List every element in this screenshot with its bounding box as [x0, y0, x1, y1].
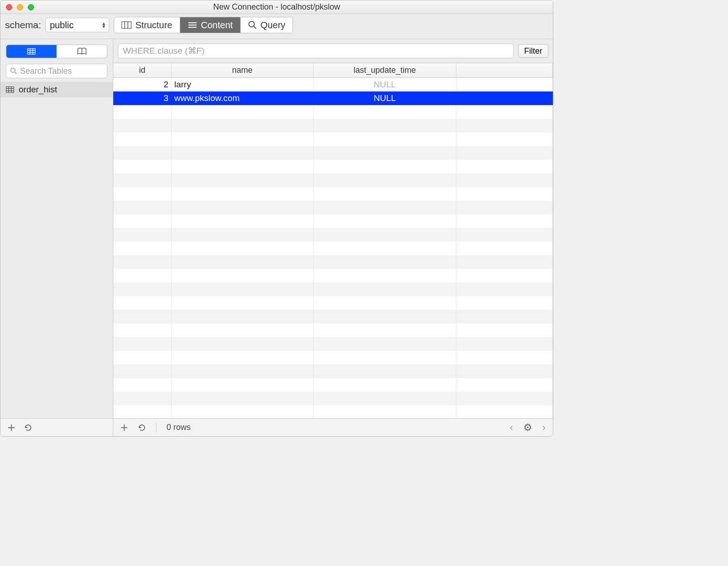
cell-name[interactable]	[172, 392, 313, 405]
add-table-button[interactable]	[8, 424, 15, 431]
cell-id[interactable]	[113, 201, 172, 214]
table-row[interactable]	[113, 105, 553, 119]
cell-id[interactable]	[113, 146, 172, 160]
table-row[interactable]	[113, 392, 553, 405]
table-row[interactable]	[113, 146, 553, 160]
cell-last-update-time[interactable]	[313, 173, 456, 187]
cell-last-update-time[interactable]	[313, 337, 456, 351]
cell-name[interactable]	[172, 119, 313, 132]
tab-structure[interactable]: Structure	[114, 17, 179, 33]
window-close-button[interactable]	[6, 4, 12, 10]
cell-name[interactable]	[172, 351, 313, 364]
cell-last-update-time[interactable]	[313, 255, 456, 269]
cell-last-update-time[interactable]	[313, 405, 456, 418]
cell-last-update-time[interactable]: NULL	[313, 78, 456, 91]
cell-last-update-time[interactable]	[313, 228, 456, 242]
column-header-id[interactable]: id	[113, 63, 172, 77]
cell-id[interactable]	[113, 269, 172, 283]
table-row[interactable]	[113, 187, 553, 201]
refresh-tables-button[interactable]	[24, 424, 32, 432]
cell-id[interactable]	[113, 173, 172, 187]
cell-name[interactable]	[172, 405, 313, 418]
cell-last-update-time[interactable]	[313, 364, 456, 378]
cell-last-update-time[interactable]	[313, 201, 456, 214]
cell-name[interactable]	[172, 242, 313, 255]
cell-name[interactable]	[172, 228, 313, 242]
table-row[interactable]	[113, 351, 553, 364]
cell-last-update-time[interactable]	[313, 283, 456, 296]
cell-name[interactable]: www.pkslow.com	[172, 91, 313, 105]
cell-last-update-time[interactable]: NULL	[313, 91, 456, 105]
search-tables-field[interactable]	[6, 64, 107, 78]
refresh-rows-button[interactable]	[138, 424, 146, 432]
search-tables-input[interactable]	[20, 66, 126, 76]
settings-button[interactable]: ⚙	[523, 422, 532, 434]
sidebar-saved-view[interactable]	[57, 45, 107, 58]
table-row[interactable]	[113, 160, 553, 173]
cell-id[interactable]: 2	[113, 78, 172, 91]
cell-last-update-time[interactable]	[313, 269, 456, 283]
cell-name[interactable]	[172, 296, 313, 310]
table-row[interactable]	[113, 132, 553, 146]
prev-page-button[interactable]: ‹	[510, 422, 513, 434]
cell-id[interactable]	[113, 214, 172, 228]
cell-name[interactable]	[172, 255, 313, 269]
cell-name[interactable]	[172, 132, 313, 146]
cell-last-update-time[interactable]	[313, 105, 456, 119]
cell-id[interactable]	[113, 323, 172, 337]
column-header-name[interactable]: name	[172, 63, 313, 77]
filter-button[interactable]: Filter	[518, 44, 548, 58]
cell-id[interactable]	[113, 351, 172, 364]
cell-id[interactable]	[113, 119, 172, 132]
cell-id[interactable]	[113, 364, 172, 378]
table-row[interactable]	[113, 378, 553, 392]
cell-name[interactable]	[172, 146, 313, 160]
cell-name[interactable]	[172, 378, 313, 392]
cell-id[interactable]	[113, 228, 172, 242]
cell-id[interactable]	[113, 242, 172, 255]
cell-last-update-time[interactable]	[313, 323, 456, 337]
table-row[interactable]	[113, 310, 553, 323]
table-row[interactable]	[113, 296, 553, 310]
cell-last-update-time[interactable]	[313, 296, 456, 310]
cell-id[interactable]	[113, 105, 172, 119]
cell-id[interactable]	[113, 310, 172, 323]
cell-name[interactable]	[172, 201, 313, 214]
next-page-button[interactable]: ›	[542, 422, 546, 434]
table-row[interactable]	[113, 214, 553, 228]
cell-name[interactable]	[172, 364, 313, 378]
cell-last-update-time[interactable]	[313, 351, 456, 364]
cell-id[interactable]	[113, 187, 172, 201]
cell-id[interactable]	[113, 255, 172, 269]
cell-id[interactable]: 3	[113, 91, 172, 105]
cell-name[interactable]	[172, 173, 313, 187]
table-row[interactable]: 2larryNULL	[113, 78, 553, 91]
table-row[interactable]	[113, 255, 553, 269]
cell-name[interactable]	[172, 105, 313, 119]
tab-content[interactable]: Content	[180, 17, 240, 33]
table-row[interactable]	[113, 269, 553, 283]
cell-last-update-time[interactable]	[313, 392, 456, 405]
table-item-order-hist[interactable]: order_hist	[0, 82, 113, 97]
cell-name[interactable]: larry	[172, 78, 313, 91]
cell-name[interactable]	[172, 269, 313, 283]
grid-body[interactable]: 2larryNULL3www.pkslow.comNULL	[113, 78, 553, 418]
sidebar-table-view[interactable]	[6, 45, 57, 58]
cell-last-update-time[interactable]	[313, 214, 456, 228]
column-header-last-update-time[interactable]: last_update_time	[313, 63, 456, 77]
cell-name[interactable]	[172, 160, 313, 173]
cell-last-update-time[interactable]	[313, 310, 456, 323]
tab-query[interactable]: Query	[240, 17, 293, 33]
table-row[interactable]	[113, 173, 553, 187]
cell-last-update-time[interactable]	[313, 378, 456, 392]
window-zoom-button[interactable]	[28, 4, 34, 10]
cell-id[interactable]	[113, 283, 172, 296]
cell-last-update-time[interactable]	[313, 119, 456, 132]
window-minimize-button[interactable]	[17, 4, 23, 10]
cell-id[interactable]	[113, 132, 172, 146]
table-row[interactable]	[113, 228, 553, 242]
cell-name[interactable]	[172, 310, 313, 323]
where-clause-input[interactable]	[118, 44, 514, 58]
table-row[interactable]: 3www.pkslow.comNULL	[113, 91, 553, 105]
table-row[interactable]	[113, 364, 553, 378]
